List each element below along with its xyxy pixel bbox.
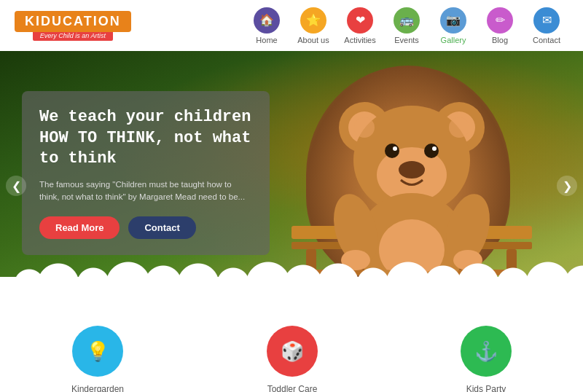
nav-label-activities: Activities: [344, 36, 375, 44]
kindergarden-icon: 💡: [72, 326, 123, 377]
about-icon: ⭐: [300, 7, 326, 34]
service-label-toddler: Toddler Care: [267, 384, 318, 392]
logo: KIDUCATION Every Child is an Artist: [15, 11, 131, 41]
svg-point-11: [385, 144, 399, 158]
events-icon: 🚌: [394, 7, 420, 34]
nav-label-gallery: Gallery: [441, 36, 466, 44]
nav-item-events[interactable]: 🚌Events: [385, 4, 429, 47]
nav-item-activities[interactable]: ❤Activities: [338, 4, 382, 47]
activities-icon: ❤: [347, 7, 373, 34]
nav-label-blog: Blog: [492, 36, 508, 44]
svg-point-15: [399, 161, 425, 179]
hero-description: The famous saying "Children must be taug…: [39, 179, 252, 204]
blog-icon: ✏: [487, 7, 513, 34]
cloud-divider: [0, 277, 583, 321]
svg-point-17: [449, 117, 469, 138]
nav-item-blog[interactable]: ✏Blog: [478, 4, 522, 47]
nav-item-about[interactable]: ⭐About us: [292, 4, 335, 47]
home-icon: 🏠: [254, 7, 280, 34]
nav-label-events: Events: [394, 36, 419, 44]
contact-icon: ✉: [533, 7, 560, 34]
header: KIDUCATION Every Child is an Artist 🏠Hom…: [0, 0, 583, 51]
hero-buttons: Read More Contact: [39, 216, 252, 239]
nav-label-about: About us: [297, 36, 329, 44]
gallery-icon: 📷: [440, 7, 466, 34]
nav-label-contact: Contact: [533, 36, 560, 44]
toddler-icon: 🎲: [267, 326, 318, 377]
hero-section: We teach your children HOW TO THINK, not…: [0, 51, 583, 321]
kids-party-icon: ⚓: [461, 326, 512, 377]
nav-item-contact[interactable]: ✉Contact: [525, 4, 568, 47]
svg-point-13: [393, 146, 397, 151]
services-section: 💡Kindergarden🎲Toddler Care⚓Kids Party: [0, 321, 583, 392]
logo-tagline: Every Child is an Artist: [33, 31, 113, 41]
prev-slide-button[interactable]: ❮: [6, 176, 26, 196]
service-item-kids-party: ⚓Kids Party: [461, 326, 512, 392]
read-more-button[interactable]: Read More: [39, 216, 120, 239]
svg-point-16: [354, 117, 375, 138]
service-item-toddler: 🎲Toddler Care: [267, 326, 318, 392]
hero-title: We teach your children HOW TO THINK, not…: [39, 107, 252, 170]
svg-point-12: [424, 144, 439, 158]
nav-item-gallery[interactable]: 📷Gallery: [431, 4, 475, 47]
contact-button[interactable]: Contact: [128, 216, 195, 239]
next-slide-button[interactable]: ❯: [557, 176, 577, 196]
nav-label-home: Home: [256, 36, 277, 44]
main-nav: 🏠Home⭐About us❤Activities🚌Events📷Gallery…: [245, 4, 568, 47]
nav-item-home[interactable]: 🏠Home: [245, 4, 289, 47]
logo-main: KIDUCATION: [15, 11, 131, 32]
svg-point-14: [432, 146, 437, 151]
service-item-kindergarden: 💡Kindergarden: [71, 326, 124, 392]
service-label-kids-party: Kids Party: [466, 384, 506, 392]
hero-textbox: We teach your children HOW TO THINK, not…: [22, 91, 270, 255]
service-label-kindergarden: Kindergarden: [71, 384, 124, 392]
